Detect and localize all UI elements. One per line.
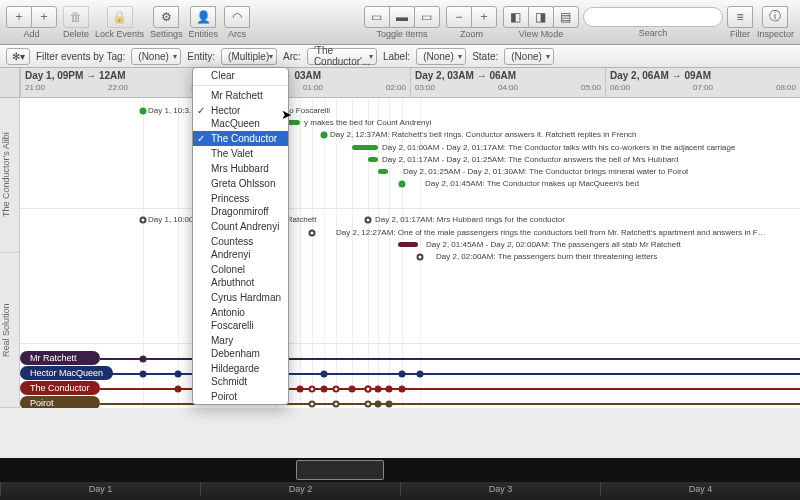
view-a-button[interactable]: ◧ [503, 6, 529, 28]
event-bar[interactable] [352, 145, 378, 150]
entity-dropdown[interactable]: (Multiple) [221, 48, 277, 65]
zoom-in-button[interactable]: ＋ [471, 6, 497, 28]
menu-item[interactable]: Princess Dragonmiroff [193, 191, 288, 219]
track-dot[interactable] [321, 386, 328, 393]
event-dot[interactable] [321, 132, 328, 139]
track-dot[interactable] [386, 401, 393, 408]
menu-item[interactable]: Mrs Hubbard [193, 161, 288, 176]
event-dot[interactable] [399, 181, 406, 188]
event-bar[interactable] [398, 242, 418, 247]
track-dot[interactable] [349, 386, 356, 393]
menu-item[interactable]: Cyrus Hardman [193, 290, 288, 305]
search-input[interactable] [583, 7, 723, 27]
entity-track-label[interactable]: Hector MacQueen [20, 366, 113, 380]
event-label[interactable]: Day 2, 01:17AM: Mrs Hubbard rings for th… [375, 215, 565, 224]
toggle-b-button[interactable]: ▬ [389, 6, 415, 28]
menu-item[interactable]: Hector MacQueen [193, 103, 288, 131]
tb-group-view-mode: ◧◨▤View Mode [503, 6, 579, 39]
minimap-viewport[interactable] [296, 460, 384, 480]
track-dot[interactable] [417, 371, 424, 378]
filter-gear-button[interactable]: ✻▾ [6, 48, 30, 65]
tb-group-zoom: −＋Zoom [446, 6, 497, 39]
track-dot[interactable] [309, 386, 316, 393]
search-label: Search [639, 28, 668, 38]
menu-item[interactable]: Antonio Foscarelli [193, 305, 288, 333]
menu-item[interactable]: Poirot [193, 389, 288, 404]
track-dot[interactable] [321, 371, 328, 378]
arc-dropdown[interactable]: 'The Conductor'... [307, 48, 377, 65]
filter-tag-dropdown[interactable]: (None) [131, 48, 181, 65]
minimap[interactable] [0, 458, 800, 482]
menu-item[interactable]: Count Andrenyi [193, 219, 288, 234]
event-label[interactable]: Day 2, 01:25AM - Day 2, 01:30AM: The Con… [403, 167, 688, 176]
event-label[interactable]: y makes the bed for Count Andrenyi [304, 118, 431, 127]
plus-person-button[interactable]: ＋ [31, 6, 57, 28]
zoom-out-button[interactable]: − [446, 6, 472, 28]
footer-day-label[interactable]: Day 2 [200, 482, 400, 496]
toggle-c-button[interactable]: ▭ [414, 6, 440, 28]
filter-button[interactable]: ≡ [727, 6, 753, 28]
tb-group-lock-events: 🔒Lock Events [95, 6, 144, 39]
event-dot[interactable] [309, 230, 316, 237]
arc-button[interactable]: ◠ [224, 6, 250, 28]
sliders-button[interactable]: ⚙ [153, 6, 179, 28]
event-dot[interactable] [140, 108, 147, 115]
event-bar[interactable] [378, 169, 388, 174]
track-dot[interactable] [375, 386, 382, 393]
menu-item[interactable]: Mary Debenham [193, 333, 288, 361]
lock-button: 🔒 [107, 6, 133, 28]
footer-day-label[interactable]: Day 1 [0, 482, 200, 496]
track-dot[interactable] [175, 371, 182, 378]
track-dot[interactable] [386, 386, 393, 393]
menu-item[interactable]: Colonel Arbuthnot [193, 262, 288, 290]
track-dot[interactable] [309, 401, 316, 408]
tb-group-entities: 👤Entities [189, 6, 219, 39]
track-dot[interactable] [365, 386, 372, 393]
view-c-button[interactable]: ▤ [553, 6, 579, 28]
event-label[interactable]: Day 2, 02:00AM: The passengers burn thei… [436, 252, 657, 261]
track-dot[interactable] [375, 401, 382, 408]
track-dot[interactable] [365, 401, 372, 408]
menu-item[interactable]: The Conductor [193, 131, 288, 146]
menu-item[interactable]: Mr Ratchett [193, 88, 288, 103]
state-dropdown[interactable]: (None) [504, 48, 554, 65]
event-dot[interactable] [417, 254, 424, 261]
track-dot[interactable] [175, 386, 182, 393]
entity-menu[interactable]: ClearMr RatchettHector MacQueenThe Condu… [192, 67, 289, 405]
track-dot[interactable] [333, 386, 340, 393]
menu-item[interactable]: Greta Ohlsson [193, 176, 288, 191]
event-label[interactable]: Day 2, 01:17AM - Day 2, 01:25AM: The Con… [382, 155, 678, 164]
view-b-button[interactable]: ◨ [528, 6, 554, 28]
entity-track-label[interactable]: Mr Ratchett [20, 351, 100, 365]
timeline-header: Day 1, 09PM → 12AM21:0022:0023:00Day 2, … [0, 68, 800, 98]
menu-item-clear[interactable]: Clear [193, 68, 288, 83]
menu-item[interactable]: Hildegarde Schmidt [193, 361, 288, 389]
track-dot[interactable] [140, 371, 147, 378]
event-label[interactable]: Day 2, 01:45AM - Day 2, 02:00AM: The pas… [426, 240, 681, 249]
event-label[interactable]: Day 2, 12:27AM: One of the male passenge… [336, 228, 766, 237]
event-label[interactable]: Day 2, 01:45AM: The Conductor makes up M… [425, 179, 639, 188]
toggle-a-button[interactable]: ▭ [364, 6, 390, 28]
event-dot[interactable] [365, 217, 372, 224]
timeline-canvas[interactable]: The Conductor's AlibiReal Solution Day 1… [0, 98, 800, 408]
track-dot[interactable] [333, 401, 340, 408]
event-bar[interactable] [368, 157, 378, 162]
inspector-button[interactable]: ⓘ [762, 6, 788, 28]
footer-day-label[interactable]: Day 3 [400, 482, 600, 496]
event-dot[interactable] [140, 217, 147, 224]
footer-day-label[interactable]: Day 4 [600, 482, 800, 496]
track-dot[interactable] [140, 356, 147, 363]
plus-button[interactable]: ＋ [6, 6, 32, 28]
menu-item[interactable]: Countess Andrenyi [193, 234, 288, 262]
entity-track-label[interactable]: Poirot [20, 396, 100, 408]
label-dropdown[interactable]: (None) [416, 48, 466, 65]
timeline-day-cell: Day 2, 06AM → 09AM06:0007:0008:00 [605, 68, 800, 97]
track-dot[interactable] [399, 371, 406, 378]
event-label[interactable]: Day 2, 12:37AM: Ratchett's bell rings. C… [330, 130, 637, 139]
menu-item[interactable]: The Valet [193, 146, 288, 161]
track-dot[interactable] [399, 386, 406, 393]
entity-track-label[interactable]: The Conductor [20, 381, 100, 395]
track-dot[interactable] [297, 386, 304, 393]
person-button[interactable]: 👤 [190, 6, 216, 28]
event-label[interactable]: Day 2, 01:00AM - Day 2, 01:17AM: The Con… [382, 143, 735, 152]
